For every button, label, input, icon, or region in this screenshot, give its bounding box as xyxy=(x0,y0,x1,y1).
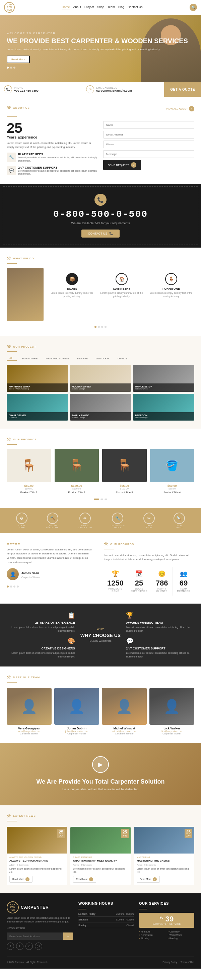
record-icon-3: 😊 xyxy=(155,570,169,578)
project-img-1: FURNITURE WORK Indoor / Manufacturing xyxy=(7,365,68,392)
filter-indoor[interactable]: INDOOR xyxy=(74,356,91,361)
project-sublabel-1: Indoor / Manufacturing xyxy=(9,388,66,390)
facebook-icon[interactable]: f xyxy=(7,942,14,950)
nav-shop[interactable]: Shop xyxy=(97,5,104,10)
logo-circle: CARPENTER xyxy=(4,2,15,13)
filter-all[interactable]: ALL xyxy=(7,356,17,361)
news-img-1: 25 JAN xyxy=(7,827,67,854)
services-col-title: OUR SERVICES xyxy=(139,901,194,905)
phone-banner-number: 0-800-500-0-500 xyxy=(7,209,194,220)
nav-about[interactable]: About xyxy=(73,5,81,10)
footer: CARPENTER CARPENTER Lorem ipsum dolor si… xyxy=(0,893,201,969)
message-input[interactable] xyxy=(103,150,194,158)
read-more-btn-3[interactable]: Read More › xyxy=(137,876,160,883)
working-hours-1: Monday - Friday 9:00am - 6:00pm xyxy=(78,913,134,917)
hero-dot-2[interactable] xyxy=(10,67,12,68)
hero-content: WELCOME TO CARPENTER WE PROVIDE BEST CAR… xyxy=(7,32,194,68)
logo-text-5: TOOLSICON xyxy=(145,525,153,529)
nav-contact[interactable]: Contact Us xyxy=(128,5,143,10)
service-dot-4[interactable] xyxy=(105,326,107,328)
service-dot-3[interactable] xyxy=(101,326,103,328)
phone-banner-subtitle: We are available 24/7 for your requireme… xyxy=(7,221,194,225)
hero-dot-1[interactable] xyxy=(7,67,9,68)
terms-of-use-link[interactable]: Terms of Use xyxy=(180,961,194,963)
view-all-link[interactable]: VIEW ALL ABOUT › xyxy=(166,106,194,111)
filter-manufacturing[interactable]: MANUFACTURING xyxy=(43,356,72,361)
newsletter-input[interactable] xyxy=(7,932,63,940)
team-email-1: vera@carpenter.com xyxy=(7,730,52,732)
read-more-btn-1[interactable]: Read More › xyxy=(10,876,32,883)
google-plus-icon[interactable]: g+ xyxy=(35,942,42,950)
nav-team[interactable]: Team xyxy=(107,5,115,10)
testimonial-section: ★★★★★ Lorem ipsum dolor sit amet, consec… xyxy=(0,533,201,604)
filter-outdoor[interactable]: OUTDOOR xyxy=(93,356,112,361)
privacy-policy-link[interactable]: Privacy Policy xyxy=(163,961,177,963)
filter-furniture[interactable]: FURNITURE xyxy=(19,356,40,361)
contact-bar: 📞 PHONE +00 123 456 7890 ✉ EMAIL ADDRESS… xyxy=(0,82,201,97)
product-dot-3[interactable] xyxy=(105,498,107,500)
project-sublabel-6: Indoor Design xyxy=(135,417,192,418)
news-day-3: 25 xyxy=(186,830,191,834)
newsletter-submit-button[interactable]: → xyxy=(63,932,73,940)
news-body-2: CRAFTSMANSHIP CRAFTSMANSHIP MEET QUALITY… xyxy=(70,854,131,885)
project-label-3: OFFICE SETUP xyxy=(135,385,192,388)
team-label: MEET OUR TEAM xyxy=(13,676,40,679)
years-description: Lorem ipsum dolor sit amet, consectetur … xyxy=(7,141,98,149)
view-all-arrow-icon: › xyxy=(189,106,194,111)
news-comments-2: 0 Comments xyxy=(81,864,92,866)
project-icon: ⚒ xyxy=(7,344,11,349)
what-we-do-section: ⚒ WHAT WE DO 📦 BOXES Lorem ipsum is simp… xyxy=(0,248,201,336)
about-features: 🔧 FLAT RATE FEES Lorem ipsum dolor sit a… xyxy=(7,153,98,176)
read-more-label-2: Read More xyxy=(76,878,88,880)
product-label: OUR PRODUCT xyxy=(13,438,37,441)
filter-office[interactable]: OFFICE xyxy=(115,356,130,361)
hero-button[interactable]: Read More xyxy=(7,56,30,63)
testimonial-dot-3[interactable] xyxy=(13,585,15,587)
phone-banner-icon: 📞 xyxy=(94,194,107,206)
working-time-1: 9:00am - 6:00pm xyxy=(116,913,134,915)
news-grid: 25 JAN ALWAYS TECHNICIAN BRAND ALWAYS TE… xyxy=(7,827,194,885)
logo-5: ✂ TOOLSICON xyxy=(144,512,155,529)
testimonial-dot-4[interactable] xyxy=(17,585,19,587)
testimonial-dot-2[interactable] xyxy=(10,585,12,587)
product-3: 🪑 $95.00 $120.00 Product Title 3 xyxy=(102,449,147,494)
latest-news-section: ⚒ LATEST NEWS 25 JAN ALWAYS TECHNICIAN B… xyxy=(0,805,201,893)
testimonial-dots xyxy=(7,585,97,587)
phone-input[interactable] xyxy=(103,140,194,148)
team-member-4: 👤 Lick Walker lick@carpenter.com Carpent… xyxy=(149,688,194,735)
twitter-icon[interactable]: t xyxy=(16,942,24,950)
records-tag: ⚒ OUR RECORDS xyxy=(104,541,194,547)
get-quote-button[interactable]: GET A QUOTE xyxy=(164,82,201,97)
linkedin-icon[interactable]: in xyxy=(26,942,33,950)
why-experience-desc: Lorem ipsum dolor sit amet consectetur a… xyxy=(7,626,75,633)
service-dot-2[interactable] xyxy=(98,326,100,328)
hero-welcome: WELCOME TO CARPENTER xyxy=(7,32,194,35)
logos-banner: ⚙ LOGOICON 🔨 QUALITYLOGO TYPE ✏ 7WOODCAR… xyxy=(0,508,201,533)
customer-icon: 💬 xyxy=(126,637,194,645)
about-content: 25 Years Experience Lorem ipsum dolor si… xyxy=(7,121,194,176)
about-header: ⚒ ABOUT US VIEW ALL ABOUT › xyxy=(7,105,194,113)
product-dot-1[interactable] xyxy=(94,498,99,500)
product-price-1: $80.00 xyxy=(7,484,51,487)
hero-dot-3[interactable] xyxy=(13,67,15,68)
nav-blog[interactable]: Blog xyxy=(118,5,124,10)
testimonial-dot-1[interactable] xyxy=(7,585,9,587)
working-day-2: Saturday xyxy=(78,918,88,921)
nav-home[interactable]: Home xyxy=(62,5,70,10)
logo-1: ⚙ LOGOICON xyxy=(16,512,27,529)
news-label: LATEST NEWS xyxy=(13,815,36,818)
read-more-btn-2[interactable]: Read More › xyxy=(73,876,96,883)
name-input[interactable] xyxy=(103,121,194,129)
project-grid: FURNITURE WORK Indoor / Manufacturing MO… xyxy=(7,365,194,421)
search-icon[interactable]: 🔍 xyxy=(190,4,197,11)
product-price-3: $95.00 xyxy=(102,484,147,487)
service-dot-1[interactable] xyxy=(94,326,96,328)
play-button[interactable]: ▶ xyxy=(92,756,109,773)
email-input[interactable] xyxy=(103,131,194,138)
about-tag: ⚒ ABOUT US xyxy=(7,105,30,110)
product-dot-2[interactable] xyxy=(100,498,103,500)
send-request-button[interactable]: SEND REQUEST › xyxy=(103,160,141,170)
video-title: We Are Provide You Total Carpenter Solut… xyxy=(7,778,194,785)
nav-project[interactable]: Project xyxy=(85,5,94,10)
contact-us-button[interactable]: CONTACT US 📞 xyxy=(81,229,120,237)
